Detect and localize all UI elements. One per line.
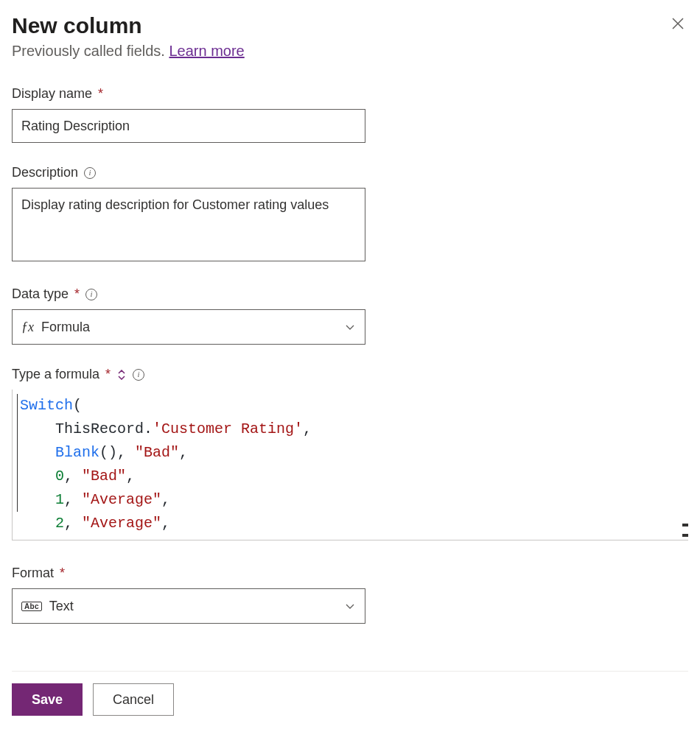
expand-collapse-icon[interactable] <box>116 370 127 380</box>
formula-field: Type a formula * i Switch( ThisRecord.'C… <box>12 367 688 540</box>
formula-editor[interactable]: Switch( ThisRecord.'Customer Rating', Bl… <box>12 390 688 540</box>
close-icon <box>671 16 685 31</box>
panel-header: New column Previously called fields. Lea… <box>12 13 688 86</box>
data-type-label: Data type * i <box>12 286 688 302</box>
description-input[interactable] <box>12 188 365 261</box>
data-type-field: Data type * i ƒx Formula <box>12 286 688 345</box>
save-button[interactable]: Save <box>12 683 83 716</box>
info-icon[interactable]: i <box>84 167 96 179</box>
info-icon[interactable]: i <box>85 289 97 300</box>
format-select[interactable]: Abc Text <box>12 588 365 624</box>
format-selected: Text <box>49 599 74 614</box>
footer-actions: Save Cancel <box>12 671 688 729</box>
data-type-selected: Formula <box>41 320 90 335</box>
display-name-label: Display name * <box>12 86 688 102</box>
data-type-select[interactable]: ƒx Formula <box>12 309 365 345</box>
new-column-panel: New column Previously called fields. Lea… <box>0 0 700 729</box>
display-name-input[interactable] <box>12 109 365 143</box>
required-indicator: * <box>105 367 111 382</box>
chevron-down-icon <box>344 321 356 333</box>
required-indicator: * <box>74 286 80 302</box>
format-field: Format * Abc Text <box>12 566 688 624</box>
description-field: Description i <box>12 165 688 264</box>
format-label: Format * <box>12 566 688 581</box>
text-cursor <box>17 394 18 512</box>
learn-more-link[interactable]: Learn more <box>169 43 244 59</box>
info-icon[interactable]: i <box>133 369 144 381</box>
page-title: New column <box>12 13 245 38</box>
page-subtitle: Previously called fields. Learn more <box>12 43 245 60</box>
chevron-down-icon <box>344 600 356 612</box>
required-indicator: * <box>98 86 103 102</box>
formula-fx-icon: ƒx <box>21 320 34 335</box>
text-abc-icon: Abc <box>21 602 42 611</box>
formula-label: Type a formula * i <box>12 367 688 382</box>
display-name-field: Display name * <box>12 86 688 143</box>
cancel-button[interactable]: Cancel <box>93 683 174 716</box>
required-indicator: * <box>60 566 65 581</box>
description-label: Description i <box>12 165 688 180</box>
scrollbar-handle[interactable] <box>682 524 688 537</box>
close-button[interactable] <box>668 13 688 34</box>
